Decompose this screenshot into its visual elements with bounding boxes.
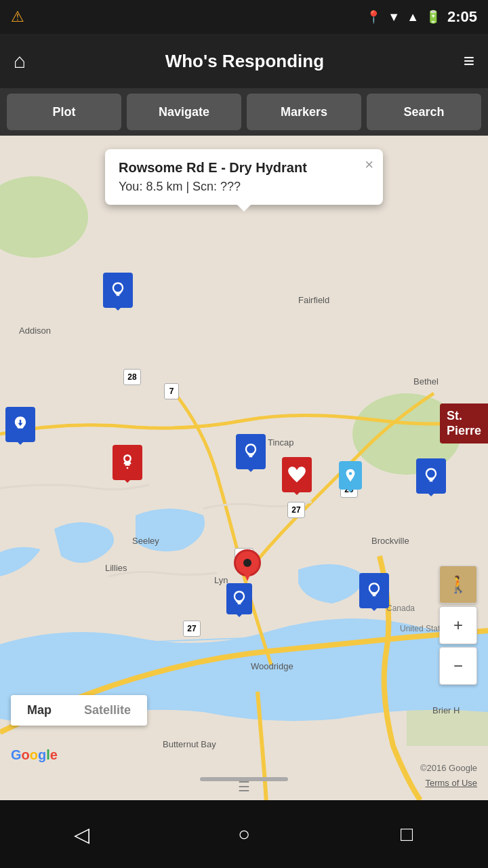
location-pin[interactable] xyxy=(234,549,261,587)
recent-icon: □ xyxy=(401,823,413,846)
info-popup: × Rowsome Rd E - Dry Hydrant You: 8.5 km… xyxy=(105,149,383,205)
google-logo: Google xyxy=(11,747,58,763)
top-bar: ⌂ Who's Responding ≡ xyxy=(0,34,488,88)
status-time: 2:05 xyxy=(447,8,477,26)
app-title: Who's Responding xyxy=(165,51,324,72)
route-27b: 27 xyxy=(183,620,201,637)
nav-back-button[interactable]: ◁ xyxy=(54,807,108,861)
signal-icon: ▲ xyxy=(407,10,419,24)
map-type-satellite[interactable]: Satellite xyxy=(68,695,147,726)
marker-left[interactable] xyxy=(5,407,35,442)
map-controls: 🚶 + − xyxy=(439,566,477,685)
nav-bar: ◁ ○ □ xyxy=(0,800,488,868)
marker-red-right[interactable] xyxy=(282,457,312,492)
map-type-toggle: Map Satellite xyxy=(11,695,147,726)
st-pierre-label: St. Pierre xyxy=(440,403,488,443)
tab-bar: Plot Navigate Markers Search xyxy=(0,88,488,136)
warning-icon: ⚠ xyxy=(11,8,24,26)
marker-top-center[interactable] xyxy=(103,273,133,308)
marker-center-left[interactable] xyxy=(236,434,266,469)
back-icon: ◁ xyxy=(74,823,89,846)
menu-button[interactable]: ≡ xyxy=(464,50,474,72)
route-7: 7 xyxy=(164,383,179,399)
home-button[interactable]: ⌂ xyxy=(14,50,26,73)
street-view-button[interactable]: 🚶 xyxy=(439,566,477,604)
marker-lower[interactable] xyxy=(359,573,389,608)
copyright-text: ©2016 Google xyxy=(420,763,477,773)
popup-subtitle: You: 8.5 km | Scn: ??? xyxy=(119,180,369,194)
home-nav-icon: ○ xyxy=(238,823,250,846)
tab-navigate[interactable]: Navigate xyxy=(127,94,241,130)
nav-recent-button[interactable]: □ xyxy=(380,807,434,861)
zoom-out-button[interactable]: − xyxy=(439,647,477,685)
terms-text[interactable]: Terms of Use xyxy=(425,778,477,788)
wifi-icon: ▼ xyxy=(388,10,400,24)
map-area[interactable]: Addison Fairfield Bethel Tincap Seeley L… xyxy=(0,136,488,800)
nav-home-button[interactable]: ○ xyxy=(217,807,271,861)
popup-close-button[interactable]: × xyxy=(365,156,373,174)
location-icon: 📍 xyxy=(366,9,381,24)
map-type-map[interactable]: Map xyxy=(11,695,68,726)
zoom-in-button[interactable]: + xyxy=(439,606,477,644)
tab-markers[interactable]: Markers xyxy=(247,94,361,130)
route-27a: 27 xyxy=(287,502,305,518)
marker-red-left[interactable] xyxy=(113,445,142,480)
route-28: 28 xyxy=(123,369,141,385)
marker-cyan[interactable] xyxy=(339,461,362,490)
status-bar: ⚠ 📍 ▼ ▲ 🔋 2:05 xyxy=(0,0,488,34)
drag-handle-icon: ☰ xyxy=(238,778,250,795)
tab-search[interactable]: Search xyxy=(367,94,481,130)
battery-icon: 🔋 xyxy=(426,9,441,24)
marker-lyn[interactable] xyxy=(226,583,252,614)
popup-title: Rowsome Rd E - Dry Hydrant xyxy=(119,160,369,176)
marker-right[interactable] xyxy=(416,458,446,494)
tab-plot[interactable]: Plot xyxy=(7,94,121,130)
